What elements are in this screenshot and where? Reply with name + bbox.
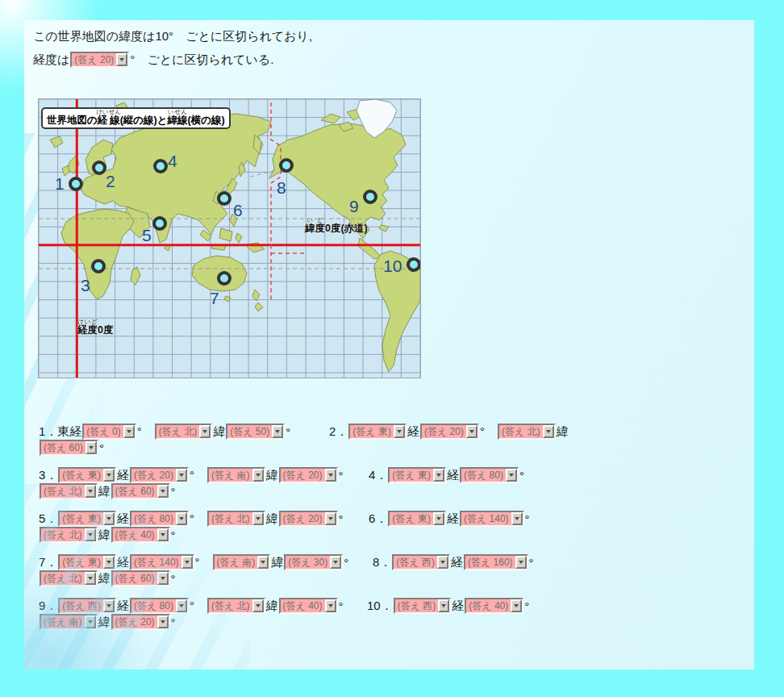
dropdown-arrow-icon[interactable] (543, 425, 554, 438)
dropdown-arrow-icon[interactable] (176, 469, 187, 482)
dropdown-arrow-icon[interactable] (85, 441, 97, 454)
answer-select[interactable]: (答え 西) (58, 598, 116, 614)
answer-select-value: (答え 60) (41, 441, 85, 454)
answer-select[interactable]: (答え 東) (58, 554, 116, 570)
dropdown-arrow-icon[interactable] (85, 528, 96, 541)
arrow-down-glyph (179, 517, 184, 520)
answer-select[interactable]: (答え 南) (213, 554, 271, 570)
dropdown-arrow-icon[interactable] (85, 485, 96, 498)
dropdown-arrow-icon[interactable] (85, 616, 96, 628)
dropdown-arrow-icon[interactable] (181, 556, 193, 569)
dropdown-arrow-icon[interactable] (176, 512, 187, 525)
answer-select[interactable]: (答え 60) (111, 570, 170, 586)
map-marker-5 (154, 218, 165, 229)
map-date-line (271, 102, 305, 301)
answer-select[interactable]: (答え 東) (388, 511, 446, 527)
answer-select[interactable]: (答え 20) (70, 52, 129, 68)
answer-select[interactable]: (答え 80) (130, 598, 189, 614)
answer-select[interactable]: (答え 40) (279, 598, 338, 614)
dropdown-arrow-icon[interactable] (325, 469, 336, 482)
dropdown-arrow-icon[interactable] (515, 556, 527, 569)
map-marker-number-2: 2 (106, 172, 115, 190)
arrow-down-glyph (185, 561, 190, 564)
answer-select[interactable]: (答え 80) (460, 467, 519, 483)
dropdown-arrow-icon[interactable] (103, 512, 115, 525)
question-3: 3．(答え 東)経(答え 20)° (答え 南)緯(答え 20)° (39, 467, 344, 483)
dropdown-arrow-icon[interactable] (85, 572, 96, 585)
answer-select[interactable]: (答え 40) (111, 527, 170, 543)
answer-select[interactable]: (答え 80) (130, 511, 189, 527)
dropdown-arrow-icon[interactable] (257, 556, 269, 569)
answer-select[interactable]: (答え 0) (82, 424, 136, 440)
dropdown-arrow-icon[interactable] (433, 469, 444, 482)
answer-select[interactable]: (答え 北) (207, 511, 265, 527)
dropdown-arrow-icon[interactable] (330, 556, 341, 569)
answer-select[interactable]: (答え 20) (111, 614, 170, 630)
dropdown-arrow-icon[interactable] (325, 512, 336, 525)
dropdown-arrow-icon[interactable] (394, 425, 405, 438)
dropdown-arrow-icon[interactable] (511, 599, 522, 612)
answer-select[interactable]: (答え 20) (130, 467, 189, 483)
answer-select[interactable]: (答え 北) (40, 527, 98, 543)
map-marker-number-3: 3 (81, 276, 90, 294)
answer-select[interactable]: (答え 40) (465, 598, 523, 614)
answer-select[interactable]: (答え 西) (394, 598, 452, 614)
question-text: 経 (452, 599, 464, 614)
dropdown-arrow-icon[interactable] (252, 469, 264, 482)
answer-select[interactable]: (答え 南) (40, 614, 98, 630)
dropdown-arrow-icon[interactable] (433, 512, 444, 525)
dropdown-arrow-icon[interactable] (103, 469, 115, 482)
answer-select[interactable]: (答え 東) (388, 467, 446, 483)
answer-select[interactable]: (答え 南) (207, 467, 265, 483)
dropdown-arrow-icon[interactable] (157, 528, 169, 541)
answer-select[interactable]: (答え 東) (348, 424, 407, 440)
dropdown-arrow-icon[interactable] (437, 556, 448, 569)
answer-select[interactable]: (答え 140) (130, 554, 194, 570)
question-text: ° (339, 469, 344, 482)
arrow-down-glyph (436, 474, 441, 477)
question-text: 経 (117, 468, 129, 483)
dropdown-arrow-icon[interactable] (157, 616, 169, 628)
dropdown-arrow-icon[interactable] (199, 425, 211, 438)
dropdown-arrow-icon[interactable] (103, 599, 115, 612)
dropdown-arrow-icon[interactable] (103, 556, 115, 569)
dropdown-arrow-icon[interactable] (438, 599, 449, 612)
answer-select-value: (答え 40) (281, 599, 325, 612)
dropdown-arrow-icon[interactable] (511, 512, 523, 525)
answer-select[interactable]: (答え 140) (460, 511, 524, 527)
answer-select[interactable]: (答え 北) (40, 570, 98, 586)
dropdown-arrow-icon[interactable] (176, 599, 187, 612)
answer-select[interactable]: (答え 東) (58, 467, 116, 483)
answer-select[interactable]: (答え 60) (111, 483, 170, 499)
answer-select[interactable]: (答え 西) (392, 554, 450, 570)
question-text: 緯 (98, 615, 111, 630)
dropdown-arrow-icon[interactable] (272, 425, 283, 438)
arrow-down-glyph (397, 430, 402, 433)
arrow-down-glyph (261, 561, 265, 564)
dropdown-arrow-icon[interactable] (123, 425, 135, 438)
answer-select[interactable]: (答え 20) (420, 424, 479, 440)
answer-select[interactable]: (答え 北) (40, 483, 98, 499)
arrow-down-glyph (256, 604, 261, 607)
question-text: 経 (117, 599, 129, 614)
answer-select[interactable]: (答え 東) (58, 511, 116, 527)
dropdown-arrow-icon[interactable] (157, 572, 169, 585)
arrow-down-glyph (106, 474, 111, 477)
answer-select[interactable]: (答え 160) (464, 554, 528, 570)
dropdown-arrow-icon[interactable] (506, 469, 517, 482)
answer-select[interactable]: (答え 北) (207, 598, 265, 614)
answer-select[interactable]: (答え 北) (498, 424, 556, 440)
dropdown-arrow-icon[interactable] (466, 425, 477, 438)
answer-select[interactable]: (答え 50) (226, 424, 285, 440)
dropdown-arrow-icon[interactable] (325, 599, 336, 612)
map-marker-number-8: 8 (277, 178, 286, 197)
dropdown-arrow-icon[interactable] (116, 53, 127, 66)
dropdown-arrow-icon[interactable] (252, 512, 264, 525)
answer-select[interactable]: (答え 北) (155, 424, 213, 440)
dropdown-arrow-icon[interactable] (157, 485, 169, 498)
answer-select[interactable]: (答え 20) (279, 467, 338, 483)
answer-select[interactable]: (答え 30) (284, 554, 343, 570)
answer-select[interactable]: (答え 60) (40, 440, 98, 456)
dropdown-arrow-icon[interactable] (252, 599, 264, 612)
answer-select[interactable]: (答え 20) (279, 511, 338, 527)
